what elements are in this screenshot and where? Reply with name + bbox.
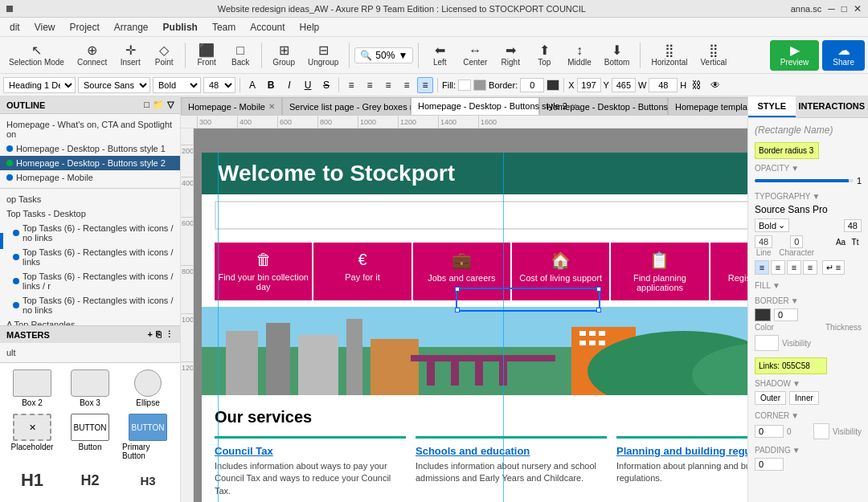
align-active-btn[interactable]: ≡ (417, 77, 433, 93)
canvas-search-input[interactable] (215, 201, 747, 230)
ungroup-btn[interactable]: ⊟ Ungroup (302, 42, 344, 69)
master-item-ult[interactable]: ult (0, 346, 180, 359)
component-box2[interactable]: Box 2 (6, 369, 58, 407)
corner-visibility-swatch[interactable] (813, 423, 829, 439)
menu-view[interactable]: View (28, 20, 62, 35)
group-btn[interactable]: ⊞ Group (267, 42, 301, 69)
outline-item-toptasks-4[interactable]: Top Tasks (6) - Rectangles with icons / … (0, 293, 180, 317)
underline-btn[interactable]: U (300, 77, 316, 93)
right-align-btn[interactable]: ➡ Right (494, 42, 526, 69)
task-planning[interactable]: 📋 Find planning applications (611, 243, 708, 300)
component-placeholder[interactable]: ✕ Placeholder (6, 414, 58, 460)
center-align-btn[interactable]: ↔ Center (457, 42, 493, 69)
char-value[interactable]: 0 (790, 235, 803, 248)
outline-item-toptasks-1[interactable]: Top Tasks (6) - Rectangles with icons / … (0, 221, 180, 245)
point-btn[interactable]: ◇ Point (148, 42, 180, 69)
font-weight-box[interactable]: Bold ⌄ (755, 218, 789, 232)
outline-item-optasks[interactable]: op Tasks (0, 192, 180, 206)
menu-publish[interactable]: Publish (157, 20, 204, 35)
tab-service-list[interactable]: Service list page - Grey boxes radius 2 … (282, 97, 411, 115)
menu-help[interactable]: Help (293, 20, 326, 35)
text-align-left[interactable]: ≡ (755, 260, 769, 275)
task-register[interactable]: ✓ Register to vote (710, 243, 747, 300)
outline-item-toptasks-desktop[interactable]: Top Tasks - Desktop (0, 206, 180, 221)
canvas-scroll-area[interactable]: Welcome to Stockport 🔍 🗑 Find your bin c… (194, 129, 747, 502)
preview-btn[interactable]: ▶ Preview (770, 40, 820, 71)
w-input[interactable] (649, 78, 678, 92)
outline-item-top-rect[interactable]: A Top Rectangles (0, 317, 180, 325)
text-align-justify[interactable]: ≡ (803, 260, 817, 275)
tab-interactions[interactable]: INTERACTIONS (796, 96, 869, 117)
text-tt-btn[interactable]: Tt (849, 235, 862, 248)
masters-menu-icon[interactable]: ⋮ (165, 329, 174, 340)
menu-project[interactable]: Project (63, 20, 105, 35)
fill-color-swatch[interactable] (458, 80, 471, 91)
lock-aspect-btn[interactable]: ⛓ (689, 77, 705, 93)
tab-style[interactable]: STYLE (748, 96, 796, 117)
share-btn[interactable]: ☁ Share (822, 40, 865, 71)
close-tab-2[interactable]: ✕ (571, 102, 577, 111)
font-size-box[interactable]: 48 (844, 219, 862, 232)
component-h3[interactable]: H3 (122, 467, 174, 496)
component-h1[interactable]: H1 (6, 467, 58, 496)
font-select[interactable]: Source Sans F (78, 77, 150, 93)
top-align-btn[interactable]: ⬆ Top (528, 42, 560, 69)
border-val-input[interactable] (774, 308, 798, 321)
menu-arrange[interactable]: Arrange (108, 20, 155, 35)
outline-item-mobile[interactable]: Homepage - Mobile (0, 170, 180, 185)
close-btn[interactable]: ✕ (854, 3, 862, 14)
component-button[interactable]: BUTTON Button (64, 414, 116, 460)
maximize-btn[interactable]: □ (841, 3, 847, 14)
component-box3[interactable]: Box 3 (64, 369, 116, 407)
service-council-tax-title[interactable]: Council Tax (215, 445, 406, 457)
corner-radius-input[interactable] (755, 425, 784, 438)
border-color-swatch[interactable] (755, 308, 771, 321)
tab-homepage-template[interactable]: Homepage template ✕ (668, 97, 747, 115)
size-select[interactable]: 48 (203, 77, 235, 93)
inner-shadow-btn[interactable]: Inner (789, 391, 819, 405)
outer-shadow-btn[interactable]: Outer (755, 391, 786, 405)
visibility-btn[interactable]: 👁 (707, 77, 723, 93)
italic-btn[interactable]: I (281, 77, 297, 93)
horizontal-distribute-btn[interactable]: ⣿ Horizontal (645, 42, 693, 69)
text-align-right[interactable]: ≡ (787, 260, 801, 275)
text-color-btn[interactable]: A (244, 77, 260, 93)
border-style-preview[interactable] (755, 335, 779, 351)
task-bin[interactable]: 🗑 Find your bin collection day (215, 243, 312, 300)
y-input[interactable] (612, 78, 636, 92)
x-input[interactable] (577, 78, 601, 92)
line-value[interactable]: 48 (755, 235, 772, 248)
menu-team[interactable]: Team (206, 20, 242, 35)
border-color-swatch[interactable] (547, 80, 559, 91)
back-btn[interactable]: □ Back (224, 42, 256, 69)
text-align-center[interactable]: ≡ (771, 260, 785, 275)
outline-folder-icon[interactable]: 📁 (153, 100, 164, 110)
menu-account[interactable]: Account (244, 20, 291, 35)
bottom-align-btn[interactable]: ⬇ Bottom (599, 42, 636, 69)
task-pay[interactable]: € Pay for it (313, 243, 411, 300)
outline-item-buttons2[interactable]: Homepage - Desktop - Buttons style 2 (0, 156, 180, 170)
task-cost[interactable]: 🏠 Cost of living support (512, 243, 609, 300)
heading-select[interactable]: Heading 1 De (3, 77, 76, 93)
fill-color-swatch2[interactable] (473, 80, 486, 91)
middle-align-btn[interactable]: ↕ Middle (562, 42, 596, 69)
component-h2[interactable]: H2 (64, 467, 116, 496)
insert-btn[interactable]: ✛ Insert (114, 42, 146, 69)
outline-item-buttons1[interactable]: Homepage - Desktop - Buttons style 1 (0, 141, 180, 156)
outline-add-icon[interactable]: □ (144, 100, 149, 110)
service-planning-title[interactable]: Planning and building regulations (616, 445, 747, 457)
outline-filter-icon[interactable]: ▽ (167, 100, 174, 110)
task-jobs[interactable]: 💼 Jobs and careers (413, 243, 510, 300)
opacity-slider[interactable] (755, 179, 854, 182)
outline-item-toptasks-3[interactable]: Top Tasks (6) - Rectangles with icons / … (0, 269, 180, 293)
align-center-btn[interactable]: ≡ (362, 77, 378, 93)
zoom-control[interactable]: 🔍 50% ▼ (354, 47, 413, 63)
component-ellipse[interactable]: Ellipse (122, 369, 174, 407)
tab-homepage-mobile[interactable]: Homepage - Mobile ✕ (181, 97, 282, 115)
minimize-btn[interactable]: ─ (828, 3, 835, 14)
selection-mode-btn[interactable]: ↖ Selection Mode (3, 42, 70, 69)
outline-item-whatson[interactable]: Homepage - What's on, CTA and Spotlight … (0, 117, 180, 141)
masters-add-icon[interactable]: + (148, 329, 153, 340)
tab-buttons-style2[interactable]: Homepage - Desktop - Buttons style 2 ✕ (411, 97, 539, 115)
canvas-container[interactable]: 200 400 600 800 1000 1200 (181, 129, 747, 502)
